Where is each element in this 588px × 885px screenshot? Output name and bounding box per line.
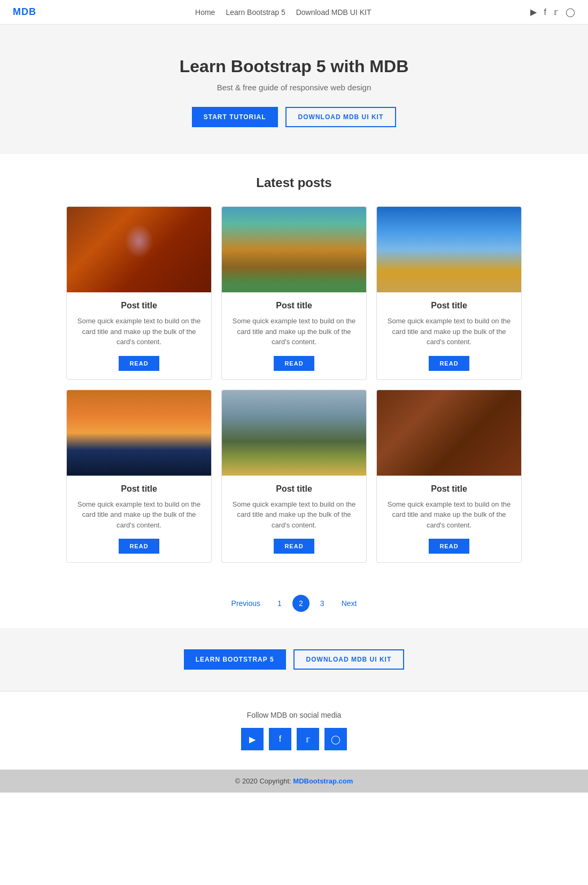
cta-download-button[interactable]: DOWNLOAD MDB UI KIT xyxy=(293,649,405,670)
read-button-5[interactable]: READ xyxy=(274,539,314,554)
card-text-2: Some quick example text to build on the … xyxy=(230,316,358,347)
card-text-5: Some quick example text to build on the … xyxy=(230,499,358,531)
nav-learn[interactable]: Learn Bootstrap 5 xyxy=(226,8,285,17)
footer-social: Follow MDB on social media ▶ f 𝕣 ◯ xyxy=(0,691,588,770)
hero-buttons: START TUTORIAL DOWNLOAD MDB UI KIT xyxy=(11,107,577,127)
card-body-6: Post title Some quick example text to bu… xyxy=(377,476,521,563)
cta-section: LEARN BOOTSTRAP 5 DOWNLOAD MDB UI KIT xyxy=(0,628,588,691)
pagination-previous[interactable]: Previous xyxy=(225,596,267,611)
card-text-1: Some quick example text to build on the … xyxy=(75,316,203,347)
hero-subtitle: Best & free guide of responsive web desi… xyxy=(11,83,577,92)
card-image-1 xyxy=(67,207,211,292)
latest-posts-section: Latest posts Post title Some quick examp… xyxy=(53,154,535,579)
card-body-1: Post title Some quick example text to bu… xyxy=(67,292,211,379)
pagination: Previous 1 2 3 Next xyxy=(0,579,588,628)
read-button-2[interactable]: READ xyxy=(274,356,314,371)
card-title-5: Post title xyxy=(276,484,312,494)
navbar-links: Home Learn Bootstrap 5 Download MDB UI K… xyxy=(195,8,371,17)
card-body-5: Post title Some quick example text to bu… xyxy=(222,476,366,563)
twitter-icon[interactable]: 𝕣 xyxy=(554,7,558,17)
card-title-3: Post title xyxy=(431,301,467,310)
social-youtube-button[interactable]: ▶ xyxy=(241,728,264,750)
facebook-icon[interactable]: f xyxy=(544,7,546,17)
card-text-3: Some quick example text to build on the … xyxy=(385,316,513,347)
copyright-brand: MDBootstrap.com xyxy=(293,777,353,785)
card-image-6 xyxy=(377,390,521,476)
pagination-page-2[interactable]: 2 xyxy=(292,595,310,612)
start-tutorial-button[interactable]: START TUTORIAL xyxy=(192,107,278,127)
pagination-next[interactable]: Next xyxy=(335,596,363,611)
card-3: Post title Some quick example text to bu… xyxy=(376,206,522,380)
cards-grid: Post title Some quick example text to bu… xyxy=(66,206,522,563)
card-image-2 xyxy=(222,207,366,292)
card-text-4: Some quick example text to build on the … xyxy=(75,499,203,531)
read-button-4[interactable]: READ xyxy=(119,539,159,554)
card-title-2: Post title xyxy=(276,301,312,310)
nav-home[interactable]: Home xyxy=(195,8,215,17)
card-5: Post title Some quick example text to bu… xyxy=(221,390,367,563)
learn-bootstrap-button[interactable]: LEARN BOOTSTRAP 5 xyxy=(184,649,286,670)
read-button-3[interactable]: READ xyxy=(429,356,469,371)
download-mdb-button[interactable]: DOWNLOAD MDB UI KIT xyxy=(285,107,397,127)
youtube-icon[interactable]: ▶ xyxy=(530,7,537,17)
card-image-5 xyxy=(222,390,366,476)
read-button-1[interactable]: READ xyxy=(119,356,159,371)
nav-download[interactable]: Download MDB UI KIT xyxy=(296,8,372,17)
latest-posts-title: Latest posts xyxy=(66,175,522,190)
pagination-page-3[interactable]: 3 xyxy=(314,596,331,611)
card-2: Post title Some quick example text to bu… xyxy=(221,206,367,380)
card-body-2: Post title Some quick example text to bu… xyxy=(222,292,366,379)
pagination-page-1[interactable]: 1 xyxy=(271,596,288,611)
card-image-4 xyxy=(67,390,211,476)
social-twitter-button[interactable]: 𝕣 xyxy=(297,728,319,750)
github-icon[interactable]: ◯ xyxy=(566,7,575,17)
card-1: Post title Some quick example text to bu… xyxy=(66,206,212,380)
social-github-button[interactable]: ◯ xyxy=(324,728,347,750)
card-title-6: Post title xyxy=(431,484,467,494)
card-image-3 xyxy=(377,207,521,292)
card-title-4: Post title xyxy=(121,484,157,494)
cta-buttons: LEARN BOOTSTRAP 5 DOWNLOAD MDB UI KIT xyxy=(11,649,577,670)
card-body-3: Post title Some quick example text to bu… xyxy=(377,292,521,379)
hero-title: Learn Bootstrap 5 with MDB xyxy=(11,57,577,76)
card-text-6: Some quick example text to build on the … xyxy=(385,499,513,531)
card-6: Post title Some quick example text to bu… xyxy=(376,390,522,563)
hero-section: Learn Bootstrap 5 with MDB Best & free g… xyxy=(0,25,588,154)
read-button-6[interactable]: READ xyxy=(429,539,469,554)
navbar: MDB Home Learn Bootstrap 5 Download MDB … xyxy=(0,0,588,25)
card-body-4: Post title Some quick example text to bu… xyxy=(67,476,211,563)
navbar-social: ▶ f 𝕣 ◯ xyxy=(530,7,575,17)
copyright: © 2020 Copyright: MDBootstrap.com xyxy=(0,770,588,793)
footer-social-label: Follow MDB on social media xyxy=(11,711,577,719)
social-buttons: ▶ f 𝕣 ◯ xyxy=(11,728,577,750)
social-facebook-button[interactable]: f xyxy=(269,728,291,750)
copyright-text: © 2020 Copyright: MDBootstrap.com xyxy=(235,777,353,785)
card-title-1: Post title xyxy=(121,301,157,310)
card-4: Post title Some quick example text to bu… xyxy=(66,390,212,563)
navbar-brand[interactable]: MDB xyxy=(13,6,36,18)
